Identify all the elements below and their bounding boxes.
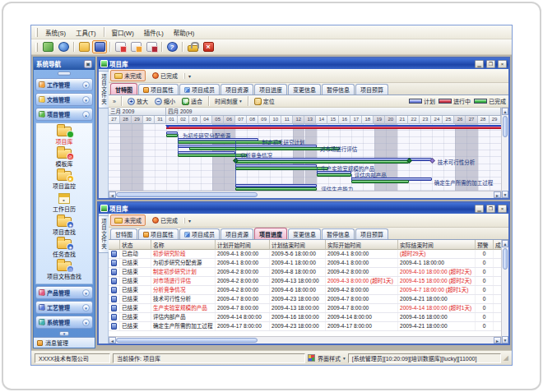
done-bar[interactable] bbox=[178, 154, 247, 157]
table-row[interactable]: 已结束确定生产所需的加工过程2009-4-17 8:00:002009-4-23… bbox=[109, 322, 501, 331]
gantt-tab-6[interactable]: 变更信息 bbox=[288, 84, 321, 95]
restore-button[interactable]: ❐ bbox=[486, 205, 495, 213]
panel-toggle-icon[interactable]: ▾ bbox=[82, 289, 90, 297]
minimize-button[interactable]: ▁ bbox=[475, 60, 484, 68]
sidebar-item[interactable]: ⊘模板库 bbox=[36, 149, 92, 168]
fit-button[interactable]: ※适合 bbox=[179, 96, 205, 106]
gantt-tab-4[interactable]: 项目资源 bbox=[220, 84, 253, 95]
table-row[interactable]: 已结束生产实验室规模的产品2009-4-7 8:00:002009-4-13 1… bbox=[109, 304, 501, 313]
column-header-5[interactable]: 实际开始时间 bbox=[326, 240, 398, 250]
scroll-right-icon[interactable]: ► bbox=[494, 337, 501, 344]
report-delete-button[interactable] bbox=[144, 40, 159, 53]
table-tab-2[interactable]: 项目属性 bbox=[138, 228, 179, 239]
table-window-titlebar[interactable]: 项目库 ▁ ❐ × bbox=[99, 203, 508, 214]
menu-item-1[interactable]: 系统(S) bbox=[41, 27, 70, 38]
panel-toggle-icon[interactable]: ▾ bbox=[82, 319, 90, 326]
sidebar-item[interactable]: ◈项目查找 bbox=[36, 217, 92, 236]
done-bar[interactable] bbox=[317, 173, 351, 177]
zoom-in-button[interactable]: +放大 bbox=[125, 96, 151, 106]
table-tab-6[interactable]: 变更信息 bbox=[288, 228, 321, 239]
column-header-1[interactable]: 状态 bbox=[120, 240, 151, 250]
table-row[interactable]: 已结束分析竞争情况2009-4-2 8:00:002009-4-6 18:00:… bbox=[109, 286, 501, 295]
gantt-tab-3[interactable]: 项目成员 bbox=[179, 84, 220, 95]
column-header-icon[interactable] bbox=[109, 240, 120, 250]
project-folder-vertical-tab[interactable]: 项目文件夹 bbox=[98, 215, 109, 253]
scroll-thumb[interactable] bbox=[116, 192, 258, 197]
filter-unfinished[interactable]: 未完成 bbox=[110, 70, 146, 81]
menu-item-3[interactable]: 窗口(W) bbox=[108, 27, 138, 38]
column-header-4[interactable]: 计划结束时间 bbox=[270, 240, 326, 250]
gantt-vertical-scrollbar[interactable]: ▲ ▼ bbox=[501, 108, 508, 198]
table-horizontal-scrollbar[interactable]: ◄ ► bbox=[109, 336, 501, 344]
save-button[interactable] bbox=[92, 40, 107, 53]
menu-item-2[interactable]: 工具(T) bbox=[72, 27, 100, 38]
restore-button[interactable]: ❐ bbox=[486, 60, 495, 68]
interface-style-button[interactable]: 界面样式 bbox=[318, 354, 341, 362]
sidebar-panel-2[interactable]: 文档管理▾ bbox=[35, 93, 93, 106]
project-folder-vertical-tab[interactable]: 项目文件夹 bbox=[98, 71, 109, 108]
table-tab-8[interactable]: 项目预算 bbox=[355, 228, 388, 239]
sidebar-collapse-strip[interactable] bbox=[34, 70, 95, 77]
column-header-3[interactable]: 计划开始时间 bbox=[216, 240, 270, 250]
column-header-8[interactable]: 成 bbox=[494, 240, 501, 250]
menu-item-5[interactable]: 帮助(H) bbox=[169, 27, 198, 38]
filter-unfinished[interactable]: 未完成 bbox=[110, 214, 146, 226]
panel-toggle-icon[interactable]: ▾ bbox=[82, 304, 90, 311]
table-row[interactable]: 已结束为初步研究分配资源2009-4-1 8:00:002009-4-1 18:… bbox=[109, 259, 501, 268]
zoom-out-button[interactable]: −缩小 bbox=[152, 96, 178, 106]
done-bar[interactable] bbox=[235, 160, 408, 164]
toolbar-overflow-button[interactable]: » bbox=[111, 99, 118, 104]
time-scale-button[interactable]: 时间刻度▾ bbox=[212, 96, 244, 106]
table-vertical-scrollbar[interactable]: ▲ ▼ bbox=[501, 240, 508, 344]
internet-button[interactable] bbox=[56, 40, 71, 53]
table-row[interactable]: 已结束技术可行性分析2009-4-7 8:00:002009-4-23 18:0… bbox=[109, 295, 501, 304]
gantt-tab-8[interactable]: 项目预算 bbox=[355, 84, 388, 95]
done-bar[interactable] bbox=[235, 167, 327, 170]
sidebar-item[interactable]: ◎项目文档查找 bbox=[36, 261, 92, 280]
scroll-left-icon[interactable]: ◄ bbox=[109, 337, 116, 344]
done-bar[interactable] bbox=[235, 187, 316, 191]
column-header-7[interactable]: 预警 bbox=[476, 240, 494, 250]
done-bar[interactable] bbox=[351, 180, 409, 183]
scroll-down-icon[interactable]: ▼ bbox=[502, 191, 508, 198]
report-orange-button[interactable] bbox=[128, 40, 143, 53]
open-folder-button[interactable] bbox=[77, 40, 91, 53]
sidebar-panel-4[interactable]: 产品管理▾ bbox=[35, 286, 93, 299]
table-row[interactable]: 已启动初步研究阶段2009-4-1 8:00:002009-5-6 18:00:… bbox=[109, 250, 501, 259]
sidebar-item[interactable]: 项目库 bbox=[36, 127, 92, 145]
filter-finished[interactable]: 已完成 bbox=[148, 70, 182, 81]
sidebar-item[interactable]: 工作日历 bbox=[36, 193, 92, 213]
scroll-thumb[interactable] bbox=[503, 116, 508, 137]
exit-button[interactable] bbox=[201, 40, 216, 53]
gantt-tab-2[interactable]: 项目属性 bbox=[138, 84, 179, 95]
locate-button[interactable]: ◎定位 bbox=[252, 96, 277, 106]
done-bar[interactable] bbox=[189, 147, 339, 150]
scroll-up-icon[interactable]: ▲ bbox=[502, 240, 508, 247]
sidebar-tab-messages[interactable]: 消息管理 bbox=[34, 337, 95, 348]
scroll-thumb[interactable] bbox=[116, 338, 258, 343]
sidebar-item[interactable]: ◈任务查找 bbox=[36, 239, 92, 258]
table-row[interactable]: 已结束制定初步研究计划2009-4-2 8:00:002009-4-8 18:0… bbox=[109, 268, 501, 277]
minimize-button[interactable]: ▁ bbox=[475, 205, 484, 213]
scroll-right-icon[interactable]: ► bbox=[494, 191, 501, 198]
filter-dropdown[interactable]: ▾ bbox=[184, 218, 194, 224]
table-tab-7[interactable]: 暂停信息 bbox=[322, 228, 355, 239]
scroll-left-icon[interactable]: ◄ bbox=[109, 191, 116, 198]
table-tab-3[interactable]: 项目成员 bbox=[179, 228, 220, 239]
sidebar-expand-strip[interactable]: ▾ bbox=[34, 330, 95, 337]
sidebar-panel-6[interactable]: 系统管理▾ bbox=[35, 316, 93, 329]
table-row[interactable]: 已结束评估内部产品2009-4-14 8:00:002009-4-16 18:0… bbox=[109, 313, 501, 322]
panel-toggle-icon[interactable]: ▾ bbox=[82, 81, 90, 89]
lock-button[interactable] bbox=[185, 40, 200, 53]
filter-finished[interactable]: 已完成 bbox=[148, 214, 182, 226]
gantt-tab-5[interactable]: 项目进度 bbox=[254, 84, 287, 95]
help-button[interactable] bbox=[165, 40, 179, 53]
menu-item-4[interactable]: 插件(L) bbox=[140, 27, 168, 38]
table-tab-1[interactable]: 甘特图 bbox=[110, 228, 137, 239]
done-bar[interactable] bbox=[166, 134, 178, 137]
report-red-button[interactable] bbox=[113, 40, 128, 53]
gantt-window-titlebar[interactable]: 项目库 ▁ ❐ × bbox=[99, 58, 508, 69]
table-tab-5[interactable]: 项目进度 bbox=[254, 228, 287, 239]
chevron-down-icon[interactable]: ▾ bbox=[343, 356, 346, 361]
gantt-horizontal-scrollbar[interactable]: ◄ ► bbox=[109, 191, 501, 198]
